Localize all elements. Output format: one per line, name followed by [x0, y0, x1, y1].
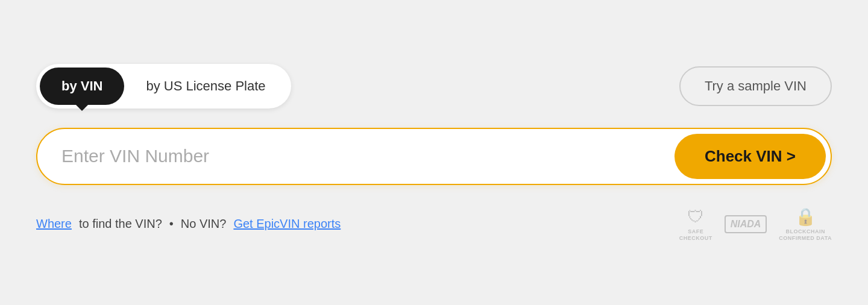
tab-by-plate-label: by US License Plate — [146, 78, 265, 93]
niada-badge: NIADA — [725, 215, 767, 233]
tab-by-plate[interactable]: by US License Plate — [124, 68, 287, 105]
blockchain-badge: 🔒 BLOCKCHAINCONFIRMED DATA — [779, 207, 832, 242]
top-section: by VIN by US License Plate Try a sample … — [36, 64, 832, 108]
trust-badges: 🛡 SAFECHECKOUT NIADA 🔒 BLOCKCHAINCONFIRM… — [679, 207, 832, 242]
bottom-section: Where to find the VIN? • No VIN? Get Epi… — [36, 207, 832, 242]
tab-by-vin-label: by VIN — [61, 78, 102, 94]
vin-input[interactable] — [61, 146, 675, 166]
blockchain-icon: 🔒 — [795, 207, 816, 227]
tab-group: by VIN by US License Plate — [36, 64, 291, 108]
where-link[interactable]: Where — [36, 217, 72, 231]
tab-by-vin[interactable]: by VIN — [40, 68, 124, 105]
safe-checkout-badge: 🛡 SAFECHECKOUT — [679, 207, 712, 242]
search-bar: Check VIN > — [36, 128, 832, 185]
shield-icon: 🛡 — [687, 207, 704, 227]
where-suffix: to find the VIN? — [79, 217, 162, 231]
check-vin-label: Check VIN > — [705, 147, 796, 166]
bullet-separator: • — [169, 217, 174, 231]
try-sample-label: Try a sample VIN — [705, 78, 807, 93]
check-vin-button[interactable]: Check VIN > — [675, 134, 826, 179]
niada-logo: NIADA — [725, 215, 767, 233]
try-sample-vin-button[interactable]: Try a sample VIN — [679, 66, 832, 106]
no-vin-text: No VIN? — [181, 217, 227, 231]
epicvin-link[interactable]: Get EpicVIN reports — [233, 217, 341, 231]
search-section: Check VIN > — [36, 128, 832, 185]
bottom-links: Where to find the VIN? • No VIN? Get Epi… — [36, 217, 341, 231]
